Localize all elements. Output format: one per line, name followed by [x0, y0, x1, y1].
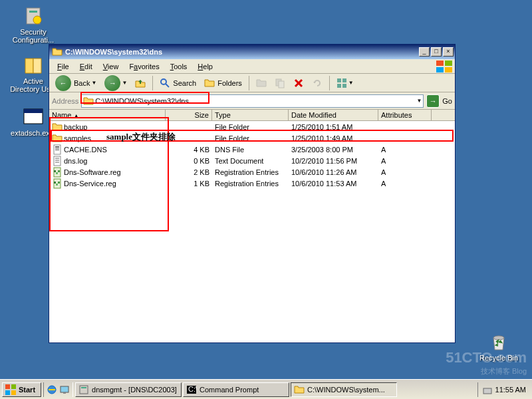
shield-icon — [23, 5, 44, 27]
menu-bar: File Edit View Favorites Tools Help — [49, 59, 455, 74]
svg-rect-9 — [445, 67, 452, 72]
svg-text:C:\: C:\ — [188, 385, 197, 393]
svg-rect-38 — [5, 390, 10, 395]
taskbar-button[interactable]: C:\WINDOWS\system... — [291, 382, 397, 397]
txt-icon — [52, 156, 63, 166]
svg-rect-34 — [56, 184, 58, 186]
svg-rect-22 — [55, 148, 59, 149]
copy-to-button — [271, 76, 289, 90]
folders-button[interactable]: Folders — [201, 76, 245, 90]
col-size[interactable]: Size — [166, 110, 212, 120]
col-attr[interactable]: Attributes — [378, 110, 432, 120]
windows-flag-icon — [5, 384, 16, 395]
svg-rect-35 — [58, 182, 60, 184]
svg-rect-16 — [337, 78, 341, 82]
file-row[interactable]: samplesFile Folder1/25/2010 1:49 AM — [49, 132, 455, 144]
menu-help[interactable]: Help — [192, 61, 218, 72]
close-button[interactable]: × — [443, 47, 454, 57]
ie-icon[interactable] — [47, 384, 57, 395]
menu-file[interactable]: File — [52, 61, 74, 72]
tray-icon[interactable] — [482, 384, 493, 395]
svg-rect-17 — [342, 78, 346, 82]
svg-rect-1 — [29, 11, 37, 13]
svg-point-5 — [493, 336, 504, 340]
move-icon — [256, 78, 267, 88]
address-label: Address — [52, 97, 78, 105]
col-date[interactable]: Date Modified — [289, 110, 378, 120]
col-type[interactable]: Type — [212, 110, 289, 120]
taskbar: Start dnsmgmt - [DNS\DC2003]C:\Command P… — [0, 379, 532, 399]
svg-rect-8 — [436, 67, 444, 72]
svg-rect-39 — [11, 390, 16, 395]
svg-line-11 — [166, 84, 169, 87]
address-path: C:\WINDOWS\system32\dns — [95, 97, 189, 105]
column-headers: Name Size Type Date Modified Attributes — [49, 110, 455, 121]
go-label: Go — [442, 97, 452, 105]
titlebar[interactable]: C:\WINDOWS\system32\dns _ □ × — [49, 45, 455, 59]
system-tray[interactable]: 11:55 AM — [477, 382, 530, 397]
svg-rect-13 — [279, 81, 284, 88]
svg-rect-29 — [54, 170, 56, 172]
dns-icon — [52, 144, 63, 155]
undo-button — [309, 76, 326, 90]
folder-icon — [52, 122, 63, 132]
views-icon — [336, 78, 347, 88]
search-icon — [160, 78, 170, 88]
col-name[interactable]: Name — [49, 110, 166, 120]
svg-rect-31 — [58, 170, 60, 172]
menu-edit[interactable]: Edit — [74, 61, 98, 72]
quick-launch — [43, 382, 73, 397]
folder-icon — [83, 96, 94, 106]
reg-icon — [52, 167, 63, 178]
move-to-button — [253, 76, 270, 90]
folder-up-icon — [135, 78, 146, 88]
toolbar: ←Back▼ →▼ Search Folders ▼ — [49, 74, 455, 92]
start-button[interactable]: Start — [2, 382, 41, 397]
minimize-button[interactable]: _ — [419, 47, 430, 57]
views-button[interactable]: ▼ — [333, 76, 357, 90]
svg-rect-24 — [54, 156, 61, 166]
desktop-icon[interactable] — [59, 384, 70, 395]
window-title: C:\WINDOWS\system32\dns — [65, 48, 418, 56]
delete-button[interactable] — [290, 76, 307, 90]
menu-view[interactable]: View — [98, 61, 124, 72]
menu-favorites[interactable]: Favorites — [124, 61, 164, 72]
copy-icon — [275, 78, 285, 88]
svg-rect-43 — [80, 386, 88, 394]
up-button[interactable] — [132, 76, 149, 90]
taskbar-button[interactable]: dnsmgmt - [DNS\DC2003] — [75, 382, 182, 397]
cmd-icon: C:\ — [186, 384, 197, 395]
file-list[interactable]: Name Size Type Date Modified Attributes … — [49, 110, 455, 342]
desktop-icon-security[interactable]: Security Configurati... — [10, 5, 57, 44]
svg-rect-4 — [24, 109, 43, 113]
watermark: 51CTO.com 技术博客 Blog — [446, 349, 527, 376]
explorer-window: C:\WINDOWS\system32\dns _ □ × File Edit … — [49, 44, 456, 343]
svg-point-2 — [33, 16, 41, 24]
svg-rect-44 — [81, 387, 86, 388]
svg-rect-19 — [342, 84, 346, 88]
file-row[interactable]: dns.log0 KBText Document10/2/2010 11:56 … — [49, 155, 455, 166]
search-button[interactable]: Search — [156, 76, 200, 90]
address-input[interactable]: C:\WINDOWS\system32\dns ▼ — [81, 94, 424, 108]
file-row[interactable]: backupFile Folder1/25/2010 1:51 AM — [49, 121, 455, 132]
menu-tools[interactable]: Tools — [165, 61, 193, 72]
folder-icon — [52, 133, 63, 144]
mmc-icon — [78, 384, 89, 395]
file-row[interactable]: CACHE.DNS4 KBDNS File3/25/2003 8:00 PMA — [49, 144, 455, 155]
svg-rect-37 — [11, 384, 16, 389]
folder-icon — [294, 384, 305, 395]
taskbar-button[interactable]: C:\Command Prompt — [183, 382, 289, 397]
svg-rect-30 — [56, 172, 58, 174]
svg-point-10 — [161, 79, 166, 84]
go-button[interactable]: → — [426, 94, 440, 108]
file-row[interactable]: Dns-Service.reg1 KBRegistration Entries1… — [49, 178, 455, 189]
chevron-down-icon[interactable]: ▼ — [416, 98, 422, 104]
svg-rect-18 — [337, 84, 341, 88]
forward-button[interactable]: →▼ — [101, 73, 130, 93]
folder-icon — [52, 47, 63, 57]
maximize-button[interactable]: □ — [431, 47, 442, 57]
file-row[interactable]: Dns-Software.reg2 KBRegistration Entries… — [49, 166, 455, 178]
svg-rect-6 — [436, 61, 444, 66]
back-button[interactable]: ←Back▼ — [52, 73, 100, 93]
window-icon — [23, 106, 44, 128]
